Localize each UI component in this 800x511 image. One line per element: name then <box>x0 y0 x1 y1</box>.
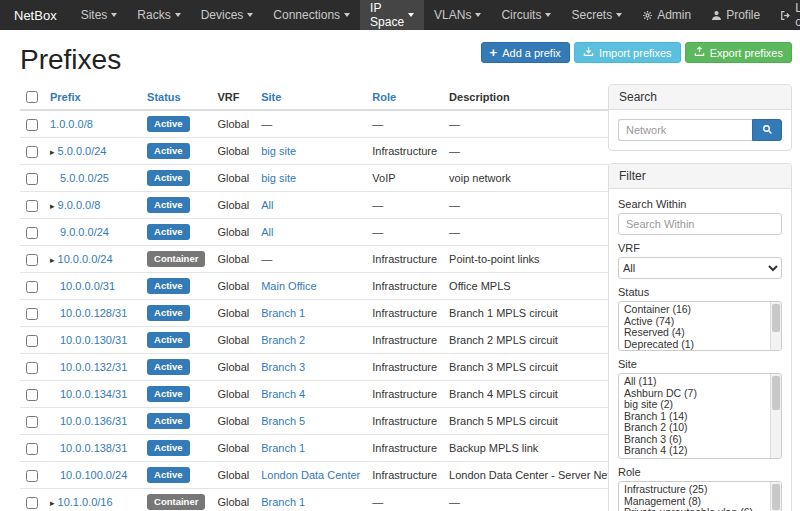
listbox-option[interactable]: Ashburn DC (7) <box>619 388 770 400</box>
prefix-link[interactable]: 10.0.100.0/24 <box>60 469 127 481</box>
listbox-option[interactable]: Branch 1 (14) <box>619 411 770 423</box>
site-link[interactable]: All <box>261 226 273 238</box>
scrollbar-thumb[interactable] <box>772 484 780 510</box>
brand-logo[interactable]: NetBox <box>0 0 71 30</box>
nav-item-admin[interactable]: Admin <box>632 0 701 30</box>
column-header-site[interactable]: Site <box>261 91 281 103</box>
site-scrollbar[interactable] <box>770 374 781 458</box>
add-prefix-button[interactable]: + Add a prefix <box>481 42 570 63</box>
row-checkbox[interactable] <box>26 227 38 239</box>
column-header-status[interactable]: Status <box>147 91 181 103</box>
row-checkbox[interactable] <box>26 200 38 212</box>
site-link[interactable]: London Data Center <box>261 469 360 481</box>
site-link[interactable]: Branch 4 <box>261 388 305 400</box>
status-listbox[interactable]: Container (16)Active (74)Reserved (4)Dep… <box>618 301 782 351</box>
row-checkbox[interactable] <box>26 470 38 482</box>
listbox-option[interactable]: Container (16) <box>619 304 770 316</box>
prefix-link[interactable]: 10.0.0.136/31 <box>60 415 127 427</box>
row-checkbox[interactable] <box>26 389 38 401</box>
site-link[interactable]: Branch 1 <box>261 307 305 319</box>
nav-item-connections[interactable]: Connections <box>263 0 360 30</box>
nav-item-devices[interactable]: Devices <box>191 0 264 30</box>
nav-item-profile[interactable]: Profile <box>701 0 770 30</box>
prefix-link[interactable]: 10.0.0.132/31 <box>60 361 127 373</box>
role-listbox[interactable]: Infrastructure (25)Management (8)Private… <box>618 481 782 511</box>
description-value: Branch 3 MPLS circuit <box>449 361 558 373</box>
row-checkbox[interactable] <box>26 443 38 455</box>
prefix-link[interactable]: 9.0.0.0/24 <box>60 226 109 238</box>
scrollbar-thumb[interactable] <box>772 376 780 410</box>
prefix-link[interactable]: 10.0.0.138/31 <box>60 442 127 454</box>
row-checkbox[interactable] <box>26 119 38 131</box>
site-link[interactable]: Branch 3 <box>261 361 305 373</box>
nav-item-racks[interactable]: Racks <box>127 0 190 30</box>
prefix-link[interactable]: 10.0.0.128/31 <box>60 307 127 319</box>
listbox-option[interactable]: big site (2) <box>619 399 770 411</box>
site-link[interactable]: Branch 5 <box>261 415 305 427</box>
listbox-option[interactable]: Branch 4 (12) <box>619 445 770 457</box>
prefix-link[interactable]: 9.0.0.0/8 <box>58 199 101 211</box>
prefix-link[interactable]: 10.1.0.0/16 <box>58 496 113 508</box>
listbox-option[interactable]: All (11) <box>619 376 770 388</box>
search-button[interactable] <box>752 119 782 141</box>
listbox-option[interactable]: Active (74) <box>619 316 770 328</box>
role-value: Infrastructure <box>372 442 437 454</box>
row-checkbox[interactable] <box>26 173 38 185</box>
description-value: Branch 4 MPLS circuit <box>449 388 558 400</box>
listbox-option[interactable]: Branch 3 (6) <box>619 434 770 446</box>
row-checkbox[interactable] <box>26 254 38 266</box>
row-checkbox[interactable] <box>26 416 38 428</box>
row-checkbox[interactable] <box>26 335 38 347</box>
prefix-link[interactable]: 5.0.0.0/24 <box>58 145 107 157</box>
listbox-option[interactable]: Deprecated (1) <box>619 339 770 351</box>
listbox-option[interactable]: Branch 2 (10) <box>619 422 770 434</box>
chevron-down-icon <box>408 13 414 17</box>
import-prefixes-label: Import prefixes <box>599 47 672 59</box>
prefix-link[interactable]: 10.0.0.130/31 <box>60 334 127 346</box>
listbox-option[interactable]: Management (8) <box>619 496 770 508</box>
select-all-checkbox[interactable] <box>26 91 38 103</box>
chevron-down-icon <box>175 13 181 17</box>
nav-item-vlans[interactable]: VLANs <box>424 0 491 30</box>
site-listbox[interactable]: All (11)Ashburn DC (7)big site (2)Branch… <box>618 373 782 459</box>
row-checkbox[interactable] <box>26 308 38 320</box>
vrf-value: Global <box>217 388 249 400</box>
row-checkbox[interactable] <box>26 281 38 293</box>
listbox-option[interactable]: Infrastructure (25) <box>619 484 770 496</box>
site-link[interactable]: Branch 1 <box>261 496 305 508</box>
row-checkbox[interactable] <box>26 497 38 509</box>
listbox-option[interactable]: Branch 5 (7) <box>619 457 770 460</box>
site-link[interactable]: Branch 1 <box>261 442 305 454</box>
nav-item-ip-space[interactable]: IP Space <box>360 0 424 30</box>
nav-item-sites[interactable]: Sites <box>71 0 128 30</box>
import-prefixes-button[interactable]: Import prefixes <box>574 42 681 63</box>
prefix-link[interactable]: 1.0.0.0/8 <box>50 118 93 130</box>
prefix-indent: 10.0.0.138/31 <box>50 442 127 454</box>
column-header-prefix[interactable]: Prefix <box>50 91 81 103</box>
listbox-option[interactable]: Reserved (4) <box>619 327 770 339</box>
row-checkbox[interactable] <box>26 146 38 158</box>
search-within-input[interactable] <box>618 213 782 235</box>
column-header-role[interactable]: Role <box>372 91 396 103</box>
site-link[interactable]: Main Office <box>261 280 316 292</box>
prefix-link[interactable]: 10.0.0.0/31 <box>60 280 115 292</box>
row-checkbox[interactable] <box>26 362 38 374</box>
site-link[interactable]: All <box>261 199 273 211</box>
site-link[interactable]: Branch 2 <box>261 334 305 346</box>
nav-item-circuits[interactable]: Circuits <box>491 0 561 30</box>
status-scrollbar[interactable] <box>770 302 781 350</box>
role-cell: Infrastructure <box>366 273 443 300</box>
role-scrollbar[interactable] <box>770 482 781 511</box>
site-link[interactable]: big site <box>261 172 296 184</box>
nav-item-secrets[interactable]: Secrets <box>561 0 632 30</box>
vrf-select[interactable]: All <box>618 257 782 279</box>
scrollbar-thumb[interactable] <box>772 304 780 332</box>
search-input[interactable] <box>618 119 752 141</box>
prefix-link[interactable]: 10.0.0.134/31 <box>60 388 127 400</box>
site-link[interactable]: big site <box>261 145 296 157</box>
export-prefixes-button[interactable]: Export prefixes <box>685 42 792 63</box>
prefix-link[interactable]: 10.0.0.0/24 <box>58 253 113 265</box>
nav-item-logout[interactable]: Log out <box>770 0 800 30</box>
listbox-option[interactable]: Private unrouteable vlan (6) <box>619 507 770 511</box>
prefix-link[interactable]: 5.0.0.0/25 <box>60 172 109 184</box>
